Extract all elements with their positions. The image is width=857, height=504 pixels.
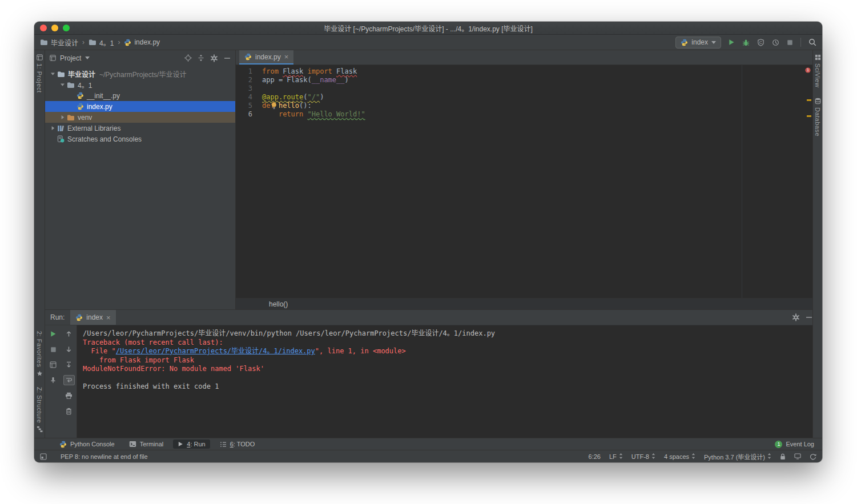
warning-stripe-mark[interactable]	[807, 99, 811, 101]
close-icon[interactable]	[106, 314, 111, 321]
stop-icon	[50, 346, 57, 353]
database-icon	[815, 98, 821, 104]
down-stack-trace-button[interactable]	[63, 344, 75, 354]
tree-item-venv[interactable]: venv	[45, 112, 235, 123]
chevron-down-icon[interactable]	[85, 57, 90, 59]
toolwindow-switcher-icon[interactable]	[40, 453, 47, 460]
status-widget-python-3-7[interactable]: Python 3.7 (毕业设计)	[704, 452, 771, 461]
run-panel-header: Run: index	[45, 310, 812, 325]
project-icon	[37, 54, 43, 61]
collapse-all-button[interactable]	[198, 54, 204, 62]
toolwindow-button-python-console[interactable]: Python Console	[55, 440, 119, 449]
code-line[interactable]: 5def hello():	[236, 102, 812, 110]
coverage-button[interactable]: C	[757, 39, 765, 46]
chevron-collapsed-icon[interactable]	[49, 126, 57, 131]
toolwindow-button-1-project[interactable]: 1: Project	[36, 54, 43, 92]
status-widget-6-26[interactable]: 6:26	[589, 453, 601, 460]
status-message[interactable]: PEP 8: no newline at end of file	[61, 453, 148, 460]
editor-breadcrumb-bar: hello()	[236, 298, 812, 309]
soft-wrap-button[interactable]	[63, 375, 75, 385]
code-line[interactable]: 2app = Flask(__name__)	[236, 76, 812, 84]
breadcrumb-item-4-1[interactable]: 4。1	[88, 38, 114, 47]
monitor-button[interactable]	[794, 453, 801, 459]
print-button[interactable]	[63, 390, 75, 401]
profiler-button[interactable]	[772, 39, 779, 46]
minimize-window-button[interactable]	[51, 25, 58, 31]
monitor-icon	[794, 453, 801, 459]
status-widget-utf-8[interactable]: UTF-8	[631, 453, 655, 460]
hide-button[interactable]	[806, 314, 812, 321]
console-file-link[interactable]: /Users/leor/PycharmProjects/毕业设计/4。1/ind…	[116, 347, 315, 355]
chevron-collapsed-icon[interactable]	[58, 115, 66, 120]
tree-item-4-1[interactable]: 4。1	[45, 79, 235, 90]
breadcrumb-item-index-py[interactable]: index.py	[124, 38, 160, 46]
hide-button[interactable]	[224, 55, 231, 62]
main-area: 1: Project 2: FavoritesZ: Structure Proj…	[34, 50, 822, 438]
search-icon	[808, 38, 816, 46]
console-line: Traceback (most recent call last):	[83, 338, 807, 348]
close-icon[interactable]	[284, 53, 289, 61]
editor-tab-index-py[interactable]: index.py	[239, 50, 293, 64]
tree-item-external-libraries[interactable]: External Libraries	[45, 123, 235, 134]
down-stack-trace-icon	[66, 346, 72, 353]
code-editor[interactable]: 1 1from Flask import Flask2app = Flask(_…	[236, 65, 812, 298]
sync-button[interactable]	[810, 453, 816, 460]
breadcrumb-item-item[interactable]: 毕业设计	[40, 38, 78, 47]
toolwindow-button-database[interactable]: Database	[814, 98, 821, 136]
jump-to-end-button[interactable]	[63, 360, 75, 370]
code-line[interactable]: 6 return "Hello World!"	[236, 110, 812, 119]
toolwindow-button-z-structure[interactable]: Z: Structure	[36, 387, 43, 432]
settings-button[interactable]	[210, 54, 218, 62]
toolwindow-button-6-todo[interactable]: 6: TODO	[215, 440, 260, 449]
pin-button[interactable]	[47, 375, 59, 385]
python-file-icon	[124, 39, 131, 46]
tree-item-init-py[interactable]: __init__.py	[45, 90, 235, 101]
stop-button[interactable]	[47, 344, 59, 354]
error-stripe-badge-icon[interactable]: 1	[805, 67, 811, 73]
chevron-expanded-icon[interactable]	[58, 82, 66, 87]
event-log-button[interactable]: 1 Event Log	[775, 441, 818, 448]
code-line[interactable]: 4@app.route("/")	[236, 93, 812, 102]
code-line[interactable]: 1from Flask import Flask	[236, 67, 812, 76]
rerun-button[interactable]	[47, 329, 59, 339]
tree-item-index-py[interactable]: index.py	[45, 101, 235, 112]
up-stack-trace-icon	[66, 330, 72, 337]
project-panel-title[interactable]: Project	[60, 54, 81, 62]
toolwindow-button-2-favorites[interactable]: 2: Favorites	[36, 331, 43, 376]
status-widget-lf[interactable]: LF	[609, 453, 623, 460]
toolwindow-button-sciview[interactable]: SciView	[814, 54, 821, 87]
stop-button[interactable]	[787, 39, 793, 46]
run-console[interactable]: /Users/leor/PycharmProjects/毕业设计/venv/bi…	[77, 325, 812, 438]
debug-button[interactable]	[742, 39, 750, 46]
settings-icon	[792, 313, 800, 321]
locate-button[interactable]	[184, 54, 192, 62]
tree-item-scratches-and-consoles[interactable]: Scratches and Consoles	[45, 134, 235, 144]
tree-item-item[interactable]: 毕业设计~/PycharmProjects/毕业设计	[45, 68, 235, 79]
warning-stripe-mark[interactable]	[807, 115, 811, 117]
status-widget-4-spaces[interactable]: 4 spaces	[664, 453, 695, 460]
settings-button[interactable]	[792, 313, 800, 321]
toolwindow-button-label: 2: Favorites	[36, 331, 43, 367]
breadcrumb-method[interactable]: hello()	[269, 300, 288, 308]
restore-layout-button[interactable]	[47, 360, 59, 370]
toolwindow-button-terminal[interactable]: Terminal	[124, 440, 168, 449]
lock-button[interactable]	[780, 453, 786, 460]
run-button[interactable]	[728, 39, 735, 46]
code-line[interactable]: 3	[236, 84, 812, 93]
console-line: File "/Users/leor/PycharmProjects/毕业设计/4…	[83, 347, 807, 356]
lock-icon	[780, 453, 786, 460]
pin-icon	[50, 377, 57, 384]
editor: index.py 1 1from Flask import Flask2app …	[236, 50, 812, 309]
run-tab-index[interactable]: index	[70, 310, 115, 325]
play-gray-icon	[178, 441, 183, 447]
chevron-expanded-icon[interactable]	[49, 71, 57, 76]
breadcrumb-label: 4。1	[99, 38, 114, 47]
clear-all-button[interactable]	[63, 406, 75, 416]
search-button[interactable]	[808, 38, 816, 46]
run-configuration-select[interactable]: index	[675, 37, 721, 49]
titlebar[interactable]: 毕业设计 [~/PycharmProjects/毕业设计] - .../4。1/…	[34, 22, 822, 35]
close-window-button[interactable]	[40, 25, 47, 31]
toolwindow-button-4-run[interactable]: 4: Run	[173, 440, 210, 449]
zoom-window-button[interactable]	[63, 25, 70, 31]
up-stack-trace-button[interactable]	[63, 329, 75, 339]
